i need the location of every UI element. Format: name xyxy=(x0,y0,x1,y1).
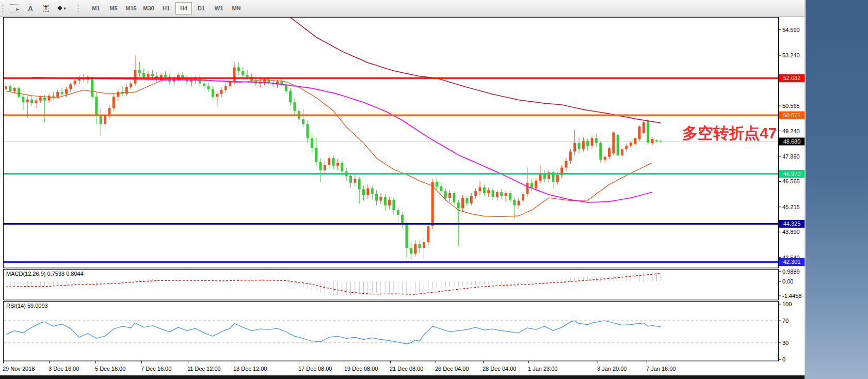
svg-text:29 Nov 2018: 29 Nov 2018 xyxy=(3,366,35,372)
date-axis: 29 Nov 20183 Dec 16:005 Dec 16:007 Dec 1… xyxy=(3,361,676,372)
svg-text:45.215: 45.215 xyxy=(782,204,800,210)
svg-text:46.565: 46.565 xyxy=(782,178,800,184)
svg-text:30: 30 xyxy=(782,340,789,346)
svg-text:50.565: 50.565 xyxy=(782,103,800,109)
svg-text:47.890: 47.890 xyxy=(782,153,800,160)
svg-text:49.240: 49.240 xyxy=(782,128,800,134)
svg-text:44.325: 44.325 xyxy=(783,220,801,227)
svg-text:26 Dec 04:00: 26 Dec 04:00 xyxy=(435,366,469,372)
svg-text:52.032: 52.032 xyxy=(783,75,801,81)
macd-label: MACD(12,26,9) 0.7533 0.8044 xyxy=(6,271,84,277)
svg-text:28 Dec 04:00: 28 Dec 04:00 xyxy=(483,366,516,372)
svg-text:17 Dec 08:00: 17 Dec 08:00 xyxy=(298,366,332,372)
svg-text:50.071: 50.071 xyxy=(783,112,801,118)
svg-text:21 Dec 08:00: 21 Dec 08:00 xyxy=(390,366,423,372)
svg-text:0: 0 xyxy=(782,356,785,362)
svg-text:54.590: 54.590 xyxy=(782,27,800,33)
svg-text:3 Dec 16:00: 3 Dec 16:00 xyxy=(49,366,79,372)
svg-text:3 Jan 20:00: 3 Jan 20:00 xyxy=(597,366,627,372)
rsi-label: RSI(14) 59.0093 xyxy=(6,303,48,309)
trading-app-screen: F A T ❖ ▾ M1M5M15M30H1H4D1W1MN ▲ USOil-,… xyxy=(0,0,868,379)
chart-canvas: 54.59053.24050.56549.24047.89046.56545.2… xyxy=(0,0,806,379)
price-axis: 54.59053.24050.56549.24047.89046.56545.2… xyxy=(779,27,805,266)
svg-text:13 Dec 12:00: 13 Dec 12:00 xyxy=(233,366,267,372)
svg-text:53.240: 53.240 xyxy=(782,52,800,58)
svg-text:42.301: 42.301 xyxy=(783,259,801,265)
window-bottom-edge xyxy=(0,375,806,379)
svg-text:1 Jan 23:00: 1 Jan 23:00 xyxy=(528,366,558,372)
chart-window: F A T ❖ ▾ M1M5M15M30H1H4D1W1MN ▲ USOil-,… xyxy=(0,0,806,379)
svg-text:100: 100 xyxy=(782,301,792,307)
chart-annotation-text[interactable]: 多空转折点47 xyxy=(682,123,777,144)
svg-text:7 Jan 16:00: 7 Jan 16:00 xyxy=(646,366,676,372)
desktop-background xyxy=(806,0,868,379)
svg-text:0.9889: 0.9889 xyxy=(782,269,800,275)
svg-text:0.00: 0.00 xyxy=(782,278,793,285)
svg-text:70: 70 xyxy=(782,318,789,324)
svg-text:19 Dec 08:00: 19 Dec 08:00 xyxy=(344,366,378,372)
svg-text:11 Dec 12:00: 11 Dec 12:00 xyxy=(187,366,221,372)
svg-text:43.890: 43.890 xyxy=(782,229,800,235)
svg-text:5 Dec 16:00: 5 Dec 16:00 xyxy=(95,366,125,372)
chart-panels xyxy=(4,18,779,361)
svg-text:-1.4458: -1.4458 xyxy=(782,293,801,299)
svg-text:46.970: 46.970 xyxy=(783,171,801,177)
svg-text:48.680: 48.680 xyxy=(783,138,801,145)
macd-axis: 0.98890.00-1.4458 xyxy=(779,269,801,299)
svg-text:7 Dec 16:00: 7 Dec 16:00 xyxy=(141,366,171,372)
rsi-axis: 10070300 xyxy=(779,301,792,362)
